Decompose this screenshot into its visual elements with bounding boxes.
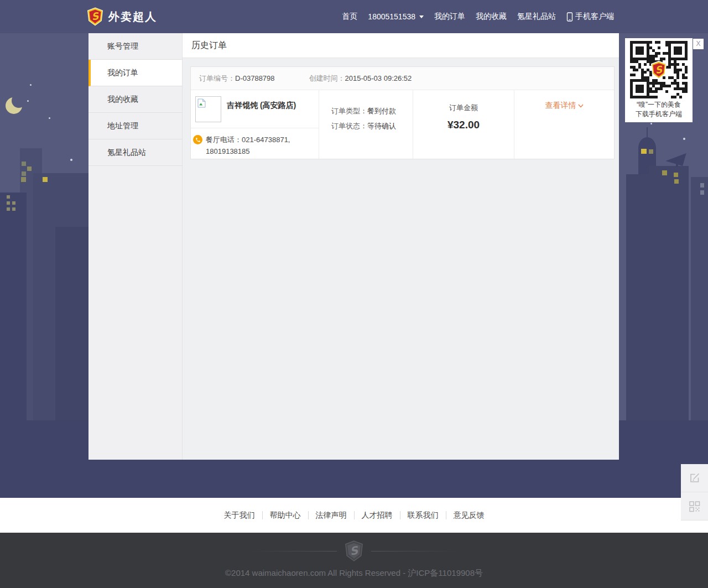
qr-module [641,71,644,74]
qr-module [676,58,679,60]
qr-module [668,49,671,52]
qr-module [655,79,658,82]
qr-module [641,41,644,44]
qr-module [638,41,641,44]
qr-module [638,96,641,98]
qr-module [685,44,688,46]
qr-module [647,76,649,79]
order-created-label: 创建时间： [309,74,345,84]
footer-link-feedback[interactable]: 意见反馈 [446,511,492,519]
mobile-phone-icon [566,12,573,22]
order-number-value: D-03788798 [235,74,275,82]
qr-module [630,58,633,60]
qr-module [636,90,638,93]
qr-module [668,52,671,55]
qr-module [647,96,649,98]
qr-module [665,90,668,93]
qr-module [679,52,682,55]
close-icon[interactable]: X [693,39,704,49]
qr-module [685,90,688,93]
order-type-row: 订单类型：餐到付款 [331,103,413,118]
order-amount-value: ¥32.00 [413,119,514,131]
footer-link-legal[interactable]: 法律声明 [309,511,355,519]
qr-module [647,82,649,85]
nav-item-account-dropdown[interactable]: 18005151538 [368,12,424,21]
star [650,123,652,124]
feedback-button[interactable] [681,464,708,492]
order-amount-column: 订单金额 ¥32.00 [413,90,514,159]
footer-divider-right [371,551,460,551]
building-window [7,207,10,211]
footer-link-about[interactable]: 关于我们 [217,511,263,519]
footer-link-contact[interactable]: 联系我们 [400,511,446,519]
qr-module [671,41,674,44]
footer-shield-icon: S [345,540,363,561]
restaurant-thumbnail [195,96,221,122]
nav-item-favorites[interactable]: 我的收藏 [476,12,507,22]
qr-module [674,79,676,82]
qr-module [676,74,679,76]
qr-module [685,69,688,71]
qr-module [658,82,660,85]
phone-icon [193,135,202,144]
footer-link-help[interactable]: 帮助中心 [263,511,309,519]
sidebar-item-account[interactable]: 账号管理 [88,33,182,60]
qr-module [679,46,682,49]
qr-toggle-button[interactable] [681,492,708,521]
qr-module [676,85,679,87]
qr-module [633,41,636,44]
order-type-value: 餐到付款 [367,107,396,115]
sidebar-item-gift-station[interactable]: 氪星礼品站 [88,139,182,166]
qr-module [660,87,663,90]
qr-module [682,58,685,60]
qr-module [647,60,649,63]
nav-item-home[interactable]: 首页 [342,12,357,22]
qr-module [671,58,674,60]
qr-module [652,58,655,60]
qr-module [668,66,671,69]
order-type-column: 订单类型：餐到付款 订单状态：等待确认 [319,90,413,159]
brand[interactable]: S 外卖超人 [87,0,157,33]
qr-module [685,76,688,79]
qr-module [630,49,633,52]
qr-module [679,58,682,60]
building-window [700,183,704,188]
sidebar-item-my-orders[interactable]: 我的订单 [88,60,182,86]
restaurant-name[interactable]: 吉祥馄饨 (高安路店) [227,101,296,128]
nav-item-mobile-client[interactable]: 手机客户端 [566,12,614,22]
qr-module [644,58,647,60]
qr-module [671,76,674,79]
nav-item-my-orders[interactable]: 我的订单 [434,12,465,22]
qr-module [671,63,674,66]
qr-module [655,52,658,55]
moon-shadow [12,93,26,108]
qr-module [641,52,644,55]
footer-link-jobs[interactable]: 人才招聘 [355,511,400,519]
qr-module [641,90,644,93]
star [683,138,685,140]
nav-item-gift-station[interactable]: 氪星礼品站 [517,12,556,22]
qr-module [676,82,679,85]
sidebar-item-addresses[interactable]: 地址管理 [88,113,182,139]
view-details-link[interactable]: 查看详情 [545,101,584,111]
building-window [12,207,15,211]
qr-module [671,82,674,85]
qr-module [638,90,641,93]
qr-code: S [630,41,688,98]
footer-logo-row: S [0,533,708,561]
nav-mobile-client-label: 手机客户端 [575,12,614,22]
qr-module [633,58,636,60]
qr-module [636,87,638,90]
sidebar-item-favorites[interactable]: 我的收藏 [88,86,182,113]
qr-module [638,87,641,90]
copyright-text: ©2014 waimaichaoren.com All Rights Reser… [0,568,708,579]
qr-module [647,52,649,55]
qr-module [674,58,676,60]
qr-module [685,87,688,90]
star [49,117,50,119]
broken-image-icon [197,98,206,108]
qr-module [682,41,685,44]
building-antenna [647,127,648,138]
footer-links: 关于我们 帮助中心 法律声明 人才招聘 联系我们 意见反馈 [0,498,708,533]
order-status-label: 订单状态： [331,122,367,130]
